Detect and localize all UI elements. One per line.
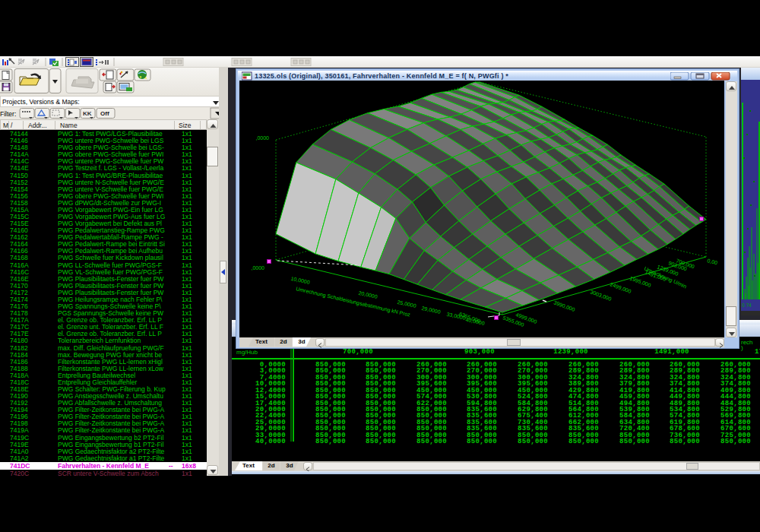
svg-text:1995,000: 1995,000 <box>629 275 652 288</box>
svg-text:3003,000: 3003,000 <box>590 289 613 302</box>
svg-text:3990,000: 3990,000 <box>553 299 576 312</box>
svg-text:25,0000: 25,0000 <box>397 299 416 309</box>
svg-text:0,00: 0,00 <box>707 258 718 265</box>
svg-text:20,0000: 20,0000 <box>358 290 378 299</box>
svg-text:,0000: ,0000 <box>251 265 264 271</box>
svg-text:KK: KK <box>83 110 92 117</box>
svg-text:2499,000: 2499,000 <box>610 281 632 294</box>
svg-text:0 74: 0 74 <box>742 302 752 308</box>
svg-text:Umrechnung Schaltleistungsabst: Umrechnung Schaltleistungsabstimmung kN … <box>296 286 411 318</box>
svg-text:10,0000: 10,0000 <box>290 276 310 285</box>
svg-text:Off: Off <box>100 110 109 117</box>
svg-text:,0000: ,0000 <box>255 135 269 141</box>
svg-text:29,0000: 29,0000 <box>421 306 441 315</box>
